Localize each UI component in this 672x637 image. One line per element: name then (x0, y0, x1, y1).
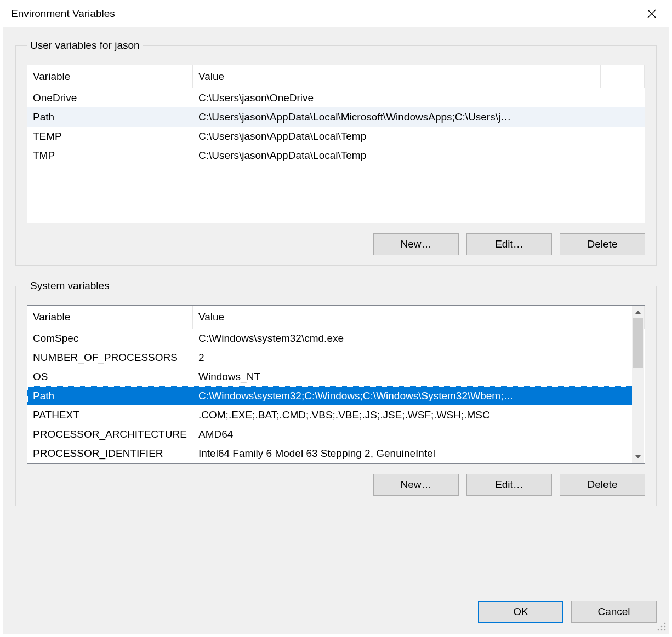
system-row-name: PROCESSOR_ARCHITECTURE (27, 428, 193, 440)
system-row-name: Path (27, 390, 193, 402)
user-list-body: OneDriveC:\Users\jason\OneDrivePathC:\Us… (27, 88, 645, 223)
close-icon (647, 9, 656, 18)
user-row-value: C:\Users\jason\AppData\Local\Temp (193, 150, 645, 162)
system-row-value: Windows_NT (193, 371, 633, 383)
user-row[interactable]: PathC:\Users\jason\AppData\Local\Microso… (27, 107, 645, 127)
system-row[interactable]: PROCESSOR_ARCHITECTUREAMD64 (27, 424, 633, 444)
system-variables-group: System variables Variable Value ComSpecC… (15, 280, 657, 506)
system-row[interactable]: ComSpecC:\Windows\system32\cmd.exe (27, 329, 633, 348)
close-button[interactable] (639, 5, 664, 22)
user-new-button[interactable]: New… (373, 233, 459, 255)
system-edit-button[interactable]: Edit… (466, 474, 552, 496)
user-edit-button[interactable]: Edit… (466, 233, 552, 255)
user-variables-list[interactable]: Variable Value OneDriveC:\Users\jason\On… (27, 65, 645, 223)
system-col-value[interactable]: Value (193, 306, 645, 329)
system-new-button[interactable]: New… (373, 474, 459, 496)
system-row-name: OS (27, 371, 193, 383)
user-row-name: Path (27, 111, 193, 123)
ok-button[interactable]: OK (478, 601, 563, 623)
system-delete-button[interactable]: Delete (560, 474, 645, 496)
user-variables-group: User variables for jason Variable Value … (15, 39, 657, 266)
user-row-name: TEMP (27, 130, 193, 142)
system-row-value: 2 (193, 352, 633, 364)
system-row-value: AMD64 (193, 428, 633, 440)
user-delete-button[interactable]: Delete (560, 233, 645, 255)
system-row-value: Intel64 Family 6 Model 63 Stepping 2, Ge… (193, 447, 633, 460)
scroll-up-icon[interactable] (632, 306, 644, 318)
titlebar: Environment Variables (0, 0, 672, 27)
system-col-variable[interactable]: Variable (27, 306, 193, 329)
user-buttons: New… Edit… Delete (27, 233, 645, 255)
user-col-extra (601, 65, 645, 88)
system-row[interactable]: PROCESSOR_IDENTIFIERIntel64 Family 6 Mod… (27, 444, 633, 463)
user-row[interactable]: TEMPC:\Users\jason\AppData\Local\Temp (27, 127, 645, 146)
user-variables-legend: User variables for jason (27, 39, 143, 51)
svg-point-6 (661, 629, 663, 631)
system-variables-legend: System variables (27, 280, 113, 292)
user-row-name: TMP (27, 150, 193, 162)
user-row-value: C:\Users\jason\AppData\Local\Temp (193, 130, 645, 142)
user-row[interactable]: TMPC:\Users\jason\AppData\Local\Temp (27, 146, 645, 165)
svg-point-3 (664, 626, 666, 628)
svg-point-2 (664, 623, 666, 624)
system-row-value: .COM;.EXE;.BAT;.CMD;.VBS;.VBE;.JS;.JSE;.… (193, 409, 633, 421)
system-row[interactable]: OSWindows_NT (27, 367, 633, 386)
window-title: Environment Variables (11, 8, 639, 20)
system-list-body: ComSpecC:\Windows\system32\cmd.exeNUMBER… (27, 329, 633, 463)
system-row-name: PATHEXT (27, 409, 193, 421)
dialog-client: User variables for jason Variable Value … (3, 27, 669, 634)
system-row-value: C:\Windows\system32;C:\Windows;C:\Window… (193, 390, 633, 402)
system-row-name: PROCESSOR_IDENTIFIER (27, 447, 193, 460)
system-variables-list[interactable]: Variable Value ComSpecC:\Windows\system3… (27, 305, 645, 464)
cancel-button[interactable]: Cancel (571, 601, 657, 623)
system-row[interactable]: NUMBER_OF_PROCESSORS2 (27, 348, 633, 367)
user-row-value: C:\Users\jason\OneDrive (193, 92, 645, 104)
user-col-value[interactable]: Value (193, 65, 601, 88)
user-row-name: OneDrive (27, 92, 193, 104)
dialog-footer: OK Cancel (478, 601, 657, 623)
system-scrollbar[interactable] (632, 306, 644, 463)
system-row-value: C:\Windows\system32\cmd.exe (193, 332, 633, 345)
scroll-track[interactable] (632, 318, 644, 451)
resize-grip-icon[interactable] (657, 622, 667, 632)
svg-point-5 (664, 629, 666, 631)
system-row[interactable]: PathC:\Windows\system32;C:\Windows;C:\Wi… (27, 386, 633, 405)
user-list-header: Variable Value (27, 65, 645, 88)
svg-point-4 (661, 626, 663, 628)
system-list-header: Variable Value (27, 306, 645, 329)
user-col-variable[interactable]: Variable (27, 65, 193, 88)
scroll-down-icon[interactable] (632, 451, 644, 463)
system-buttons: New… Edit… Delete (27, 474, 645, 496)
svg-point-7 (658, 629, 659, 631)
system-row-name: NUMBER_OF_PROCESSORS (27, 352, 193, 364)
system-row[interactable]: PATHEXT.COM;.EXE;.BAT;.CMD;.VBS;.VBE;.JS… (27, 405, 633, 424)
system-row-name: ComSpec (27, 332, 193, 345)
user-row[interactable]: OneDriveC:\Users\jason\OneDrive (27, 88, 645, 107)
scroll-thumb[interactable] (633, 318, 643, 368)
user-row-value: C:\Users\jason\AppData\Local\Microsoft\W… (193, 111, 645, 123)
